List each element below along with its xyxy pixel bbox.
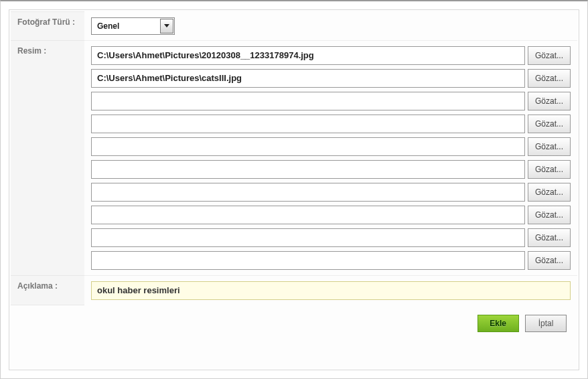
file-row: Gözat... (91, 160, 571, 179)
file-row: Gözat... (91, 115, 571, 133)
browse-button[interactable]: Gözat... (528, 46, 571, 65)
file-path-input[interactable] (91, 251, 525, 270)
browse-button[interactable]: Gözat... (528, 206, 571, 224)
file-path-input[interactable] (91, 137, 525, 156)
description-input[interactable] (91, 281, 571, 300)
file-path-input[interactable] (91, 183, 525, 202)
image-label: Resim : (11, 40, 84, 275)
dropdown-button[interactable] (160, 19, 173, 33)
browse-button[interactable]: Gözat... (528, 251, 571, 270)
browse-button[interactable]: Gözat... (528, 137, 571, 156)
footer-actions: Ekle İptal (11, 305, 577, 342)
file-row: Gözat... (91, 137, 571, 156)
dialog-frame: Fotoğraf Türü : Genel Resim : Gözat...Gö… (0, 0, 588, 379)
cancel-button[interactable]: İptal (525, 315, 567, 332)
file-row: Gözat... (91, 46, 571, 65)
file-row: Gözat... (91, 69, 571, 88)
description-label: Açıklama : (11, 275, 84, 305)
photo-type-select[interactable]: Genel (91, 17, 175, 35)
file-path-input[interactable] (91, 115, 525, 133)
browse-button[interactable]: Gözat... (528, 92, 571, 110)
browse-button[interactable]: Gözat... (528, 160, 571, 179)
file-row: Gözat... (91, 92, 571, 110)
chevron-down-icon (164, 24, 169, 27)
browse-button[interactable]: Gözat... (528, 228, 571, 247)
file-row: Gözat... (91, 251, 571, 270)
photo-type-selected: Genel (92, 21, 159, 31)
file-path-input[interactable] (91, 228, 525, 247)
file-row: Gözat... (91, 206, 571, 224)
file-path-input[interactable] (91, 160, 525, 179)
add-button[interactable]: Ekle (477, 315, 519, 332)
file-path-input[interactable] (91, 92, 525, 110)
form-panel: Fotoğraf Türü : Genel Resim : Gözat...Gö… (9, 9, 579, 370)
file-row: Gözat... (91, 228, 571, 247)
browse-button[interactable]: Gözat... (528, 69, 571, 88)
browse-button[interactable]: Gözat... (528, 183, 571, 202)
file-path-input[interactable] (91, 46, 525, 65)
browse-button[interactable]: Gözat... (528, 115, 571, 133)
file-path-input[interactable] (91, 69, 525, 88)
photo-type-label: Fotoğraf Türü : (11, 12, 84, 41)
file-path-input[interactable] (91, 206, 525, 224)
form-table: Fotoğraf Türü : Genel Resim : Gözat...Gö… (11, 11, 577, 305)
file-row: Gözat... (91, 183, 571, 202)
